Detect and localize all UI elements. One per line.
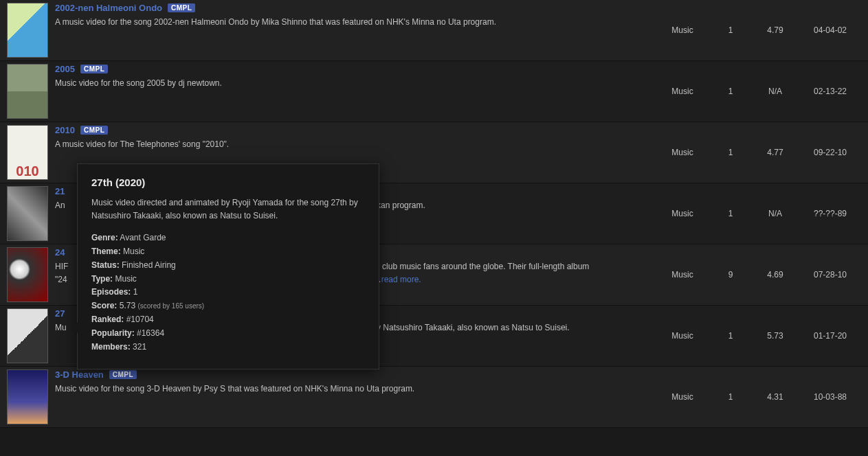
score-cell: N/A bbox=[751, 209, 799, 218]
hover-card-theme: Theme: Music bbox=[91, 245, 365, 259]
thumbnail[interactable] bbox=[7, 186, 48, 241]
main-column: 2002-nen Halmeoni Ondo CMPL A music vide… bbox=[55, 3, 655, 29]
table-row: 3-D Heaven CMPL Music video for the song… bbox=[0, 367, 868, 428]
list-container: 2002-nen Halmeoni Ondo CMPL A music vide… bbox=[0, 0, 868, 428]
title-line: 2005 CMPL bbox=[55, 64, 648, 74]
status-badge: CMPL bbox=[80, 126, 108, 135]
hover-card-members: Members: 321 bbox=[91, 341, 365, 354]
type-cell: Music bbox=[655, 87, 710, 96]
episodes-cell: 1 bbox=[710, 25, 751, 35]
tooltip-arrow-icon bbox=[71, 322, 78, 333]
hover-card-status: Status: Finished Airing bbox=[91, 259, 365, 273]
desc-fragment: "24 bbox=[55, 275, 67, 284]
episodes-cell: 1 bbox=[710, 209, 751, 218]
score-cell: 4.79 bbox=[751, 25, 799, 35]
hover-card-genre: Genre: Avant Garde bbox=[91, 231, 365, 245]
type-cell: Music bbox=[655, 270, 710, 280]
thumbnail[interactable] bbox=[7, 3, 48, 58]
thumbnail[interactable] bbox=[7, 369, 48, 424]
hover-card: 27th (2020) Music video directed and ani… bbox=[77, 163, 379, 369]
title-link[interactable]: 27 bbox=[55, 308, 65, 319]
status-badge: CMPL bbox=[80, 65, 108, 73]
desc-fragment: d club music fans around the globe. Thei… bbox=[375, 262, 589, 271]
hover-card-description: Music video directed and animated by Ryo… bbox=[91, 196, 365, 222]
main-column: 2010 CMPL A music video for The Telephon… bbox=[55, 125, 655, 151]
date-cell: 02-13-22 bbox=[799, 87, 861, 96]
thumbnail[interactable] bbox=[7, 64, 48, 119]
title-link[interactable]: 21 bbox=[55, 186, 65, 196]
episodes-cell: 1 bbox=[710, 148, 751, 157]
score-cell: 4.77 bbox=[751, 148, 799, 157]
desc-fragment: An bbox=[55, 201, 65, 210]
title-line: 2002-nen Halmeoni Ondo CMPL bbox=[55, 3, 648, 13]
desc-fragment: ukan program. bbox=[372, 201, 425, 210]
score-cell: N/A bbox=[751, 87, 799, 96]
episodes-cell: 1 bbox=[710, 331, 751, 341]
score-cell: 4.31 bbox=[751, 392, 799, 402]
table-row: 2005 CMPL Music video for the song 2005 … bbox=[0, 61, 868, 122]
main-column: 3-D Heaven CMPL Music video for the song… bbox=[55, 369, 655, 396]
date-cell: 04-04-02 bbox=[799, 25, 861, 35]
description: Music video for the song 2005 by dj newt… bbox=[55, 77, 648, 90]
title-link[interactable]: 2010 bbox=[55, 125, 75, 135]
desc-fragment: HIF bbox=[55, 262, 68, 271]
hover-card-type: Type: Music bbox=[91, 273, 365, 286]
type-cell: Music bbox=[655, 209, 710, 218]
date-cell: ??-??-89 bbox=[799, 209, 861, 218]
date-cell: 10-03-88 bbox=[799, 392, 861, 402]
date-cell: 01-17-20 bbox=[799, 331, 861, 341]
type-cell: Music bbox=[655, 148, 710, 157]
hover-card-title: 27th (2020) bbox=[91, 176, 365, 188]
episodes-cell: 1 bbox=[710, 87, 751, 96]
type-cell: Music bbox=[655, 331, 710, 341]
thumbnail[interactable] bbox=[7, 308, 48, 363]
title-link[interactable]: 24 bbox=[55, 247, 65, 258]
description: A music video for the song 2002-nen Halm… bbox=[55, 16, 648, 29]
title-line: 3-D Heaven CMPL bbox=[55, 369, 648, 380]
hover-card-ranked: Ranked: #10704 bbox=[91, 313, 365, 327]
desc-fragment: Mu bbox=[55, 323, 67, 332]
date-cell: 09-22-10 bbox=[799, 148, 861, 157]
table-row: 2002-nen Halmeoni Ondo CMPL A music vide… bbox=[0, 0, 868, 61]
hover-card-popularity: Popularity: #16364 bbox=[91, 327, 365, 341]
title-link[interactable]: 3-D Heaven bbox=[55, 369, 104, 380]
read-more-link[interactable]: read more. bbox=[381, 275, 421, 284]
thumbnail[interactable]: 010 bbox=[7, 125, 48, 180]
title-line: 2010 CMPL bbox=[55, 125, 648, 135]
episodes-cell: 1 bbox=[710, 392, 751, 402]
status-badge: CMPL bbox=[168, 3, 195, 12]
title-link[interactable]: 2002-nen Halmeoni Ondo bbox=[55, 3, 162, 13]
episodes-cell: 9 bbox=[710, 270, 751, 280]
thumbnail[interactable] bbox=[7, 247, 48, 302]
date-cell: 07-28-10 bbox=[799, 270, 861, 280]
score-cell: 4.69 bbox=[751, 270, 799, 280]
score-cell: 5.73 bbox=[751, 331, 799, 341]
main-column: 2005 CMPL Music video for the song 2005 … bbox=[55, 64, 655, 90]
title-link[interactable]: 2005 bbox=[55, 64, 75, 74]
status-badge: CMPL bbox=[109, 370, 137, 379]
description: A music video for The Telephones' song "… bbox=[55, 138, 648, 151]
desc-fragment: by Natsushiro Takaaki, also known as Nat… bbox=[372, 323, 569, 332]
description: Music video for the song 3-D Heaven by P… bbox=[55, 383, 648, 396]
hover-card-episodes: Episodes: 1 bbox=[91, 286, 365, 299]
type-cell: Music bbox=[655, 25, 710, 35]
type-cell: Music bbox=[655, 392, 710, 402]
hover-card-score: Score: 5.73 (scored by 165 users) bbox=[91, 299, 365, 313]
